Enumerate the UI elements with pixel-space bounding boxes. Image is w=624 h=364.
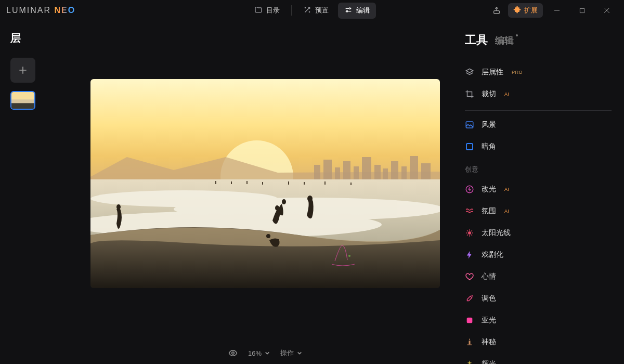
svg-rect-37	[304, 182, 305, 185]
svg-rect-20	[401, 166, 407, 179]
tool-landscape[interactable]: 风景	[465, 114, 612, 136]
section-divider	[465, 110, 612, 111]
layer-thumb-1[interactable]	[10, 91, 35, 110]
window-minimize[interactable]	[546, 2, 568, 19]
bolt-icon	[465, 250, 474, 259]
svg-rect-32	[215, 181, 216, 184]
svg-point-30	[307, 196, 313, 202]
svg-rect-21	[410, 156, 418, 179]
ai-badge: AI	[504, 187, 510, 192]
puzzle-icon	[513, 6, 521, 15]
pro-badge: PRO	[512, 70, 523, 75]
svg-rect-36	[288, 181, 289, 185]
square-icon	[465, 142, 474, 151]
svg-rect-13	[335, 167, 340, 179]
tool-vignette[interactable]: 暗角	[465, 136, 612, 158]
svg-rect-16	[362, 157, 371, 179]
tool-layer-properties[interactable]: 层属性 PRO	[465, 61, 612, 83]
layers-panel: 层	[0, 21, 78, 364]
image-canvas[interactable]	[90, 79, 440, 288]
nav-catalog[interactable]: 目录	[248, 3, 286, 19]
ai-badge: AI	[504, 92, 510, 97]
svg-rect-35	[262, 182, 263, 185]
app-logo: LUMINAR NEO	[6, 6, 75, 15]
tool-dramatic[interactable]: 戏剧化	[465, 244, 612, 266]
svg-rect-14	[343, 161, 350, 179]
svg-point-40	[348, 255, 350, 257]
svg-rect-17	[374, 165, 381, 179]
svg-rect-33	[231, 181, 232, 184]
svg-point-3	[346, 10, 348, 12]
image-icon	[465, 120, 474, 129]
folder-icon	[254, 6, 263, 16]
canvas-area: 16% 操作	[78, 21, 452, 364]
top-nav: 目录 预置 编辑	[248, 3, 376, 19]
ai-badge: AI	[504, 209, 510, 214]
svg-point-0	[305, 7, 305, 8]
layers-title: 层	[10, 31, 78, 45]
tool-list: 层属性 PRO 裁切 AI 风景 暗角	[465, 61, 612, 364]
svg-rect-11	[314, 165, 320, 179]
share-button[interactable]	[488, 2, 505, 19]
svg-rect-46	[467, 318, 473, 323]
svg-rect-8	[11, 99, 34, 103]
brush-icon	[465, 294, 474, 303]
waves-icon	[465, 206, 474, 216]
tool-mystical[interactable]: 神秘	[465, 331, 612, 353]
tool-matte[interactable]: 亚光	[465, 309, 612, 331]
actions-menu[interactable]: 操作	[280, 348, 302, 358]
svg-point-28	[275, 205, 279, 211]
titlebar: LUMINAR NEO 目录 预置 编辑	[0, 0, 624, 21]
svg-rect-12	[323, 160, 332, 179]
svg-rect-38	[324, 181, 326, 185]
svg-rect-15	[354, 166, 359, 179]
flash-circle-icon	[465, 185, 474, 194]
square-fill-icon	[465, 316, 474, 325]
visibility-toggle[interactable]	[228, 348, 238, 358]
svg-rect-47	[469, 341, 471, 345]
svg-rect-48	[467, 345, 472, 346]
tools-panel: 工具 编辑 层属性 PRO 裁切 AI	[452, 21, 624, 364]
heart-spark-icon	[465, 272, 474, 281]
tool-glow[interactable]: 辉光	[465, 353, 612, 364]
right-tabs: 工具 编辑	[465, 32, 612, 48]
sun-icon	[465, 228, 474, 238]
svg-point-27	[116, 204, 121, 210]
wand-icon	[303, 6, 311, 16]
topbar-right: 扩展	[488, 2, 618, 19]
tool-mood[interactable]: 心情	[465, 266, 612, 288]
extensions-button[interactable]: 扩展	[508, 3, 543, 18]
canvas-bottombar: 16% 操作	[228, 348, 302, 364]
svg-rect-34	[246, 181, 248, 184]
tool-toning[interactable]: 调色	[465, 288, 612, 309]
tool-sunrays[interactable]: 太阳光线	[465, 222, 612, 244]
sparkle-icon	[465, 359, 474, 364]
svg-rect-43	[466, 144, 473, 150]
window-close[interactable]	[596, 2, 618, 19]
tool-crop[interactable]: 裁切 AI	[465, 83, 612, 105]
nav-sep	[291, 5, 292, 16]
tool-atmosphere[interactable]: 氛围 AI	[465, 200, 612, 222]
window-maximize[interactable]	[571, 2, 593, 19]
svg-rect-18	[383, 168, 388, 179]
svg-point-31	[282, 199, 286, 204]
main: 层	[0, 21, 624, 364]
svg-point-41	[232, 352, 235, 355]
tab-tools[interactable]: 工具	[465, 32, 488, 48]
layers-icon	[465, 68, 474, 77]
crop-icon	[465, 89, 474, 99]
tab-edits[interactable]: 编辑	[495, 34, 514, 47]
svg-rect-39	[350, 183, 352, 185]
zoom-control[interactable]: 16%	[248, 349, 270, 357]
tool-relight[interactable]: 改光 AI	[465, 178, 612, 200]
candle-icon	[465, 337, 474, 347]
svg-point-1	[309, 11, 309, 12]
svg-rect-5	[580, 8, 584, 12]
nav-edit[interactable]: 编辑	[338, 3, 376, 19]
sliders-icon	[344, 6, 353, 16]
section-creative: 创意	[465, 158, 612, 178]
svg-rect-22	[421, 163, 431, 179]
nav-presets[interactable]: 预置	[297, 3, 335, 19]
add-layer-button[interactable]	[10, 58, 35, 83]
svg-rect-4	[494, 11, 500, 14]
